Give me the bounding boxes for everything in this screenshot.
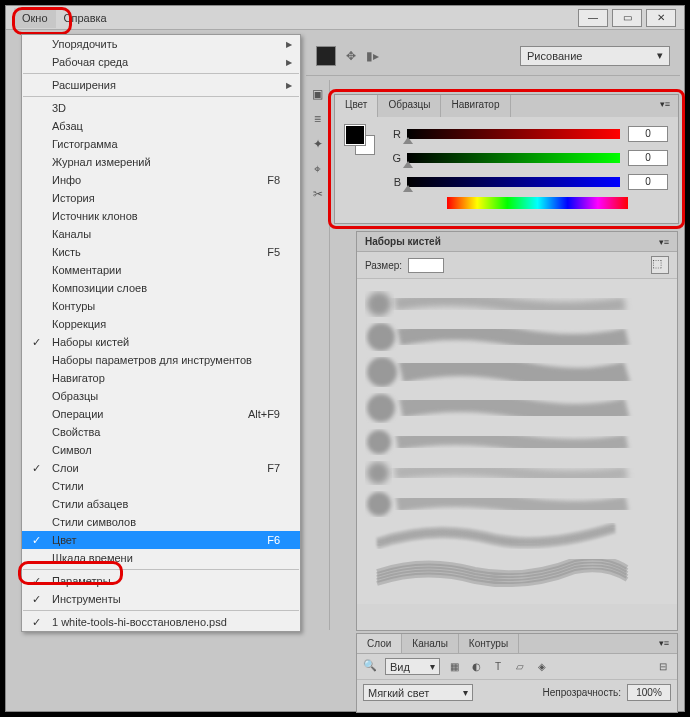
g-label: G xyxy=(387,152,401,164)
menu-item[interactable]: Стили абзацев xyxy=(22,495,300,513)
brush-stroke-preview[interactable] xyxy=(365,523,669,553)
tab-color[interactable]: Цвет xyxy=(335,95,378,117)
menu-item[interactable]: Рабочая среда xyxy=(22,53,300,71)
filter-toggle[interactable]: ⊟ xyxy=(655,659,671,675)
b-input[interactable]: 0 xyxy=(628,174,668,190)
slider-thumb[interactable] xyxy=(403,161,413,168)
menu-item[interactable]: Шкала времени xyxy=(22,549,300,567)
menu-item[interactable]: ✓Инструменты xyxy=(22,590,300,608)
filter-type-icon[interactable]: T xyxy=(490,659,506,675)
brush-stroke-preview[interactable] xyxy=(365,429,669,455)
tool-icon[interactable]: ▣ xyxy=(307,83,329,105)
window-controls: — ▭ ✕ xyxy=(574,9,676,27)
filter-shape-icon[interactable]: ▱ xyxy=(512,659,528,675)
filter-smart-icon[interactable]: ◈ xyxy=(534,659,550,675)
menu-item[interactable]: Навигатор xyxy=(22,369,300,387)
brush-stroke-preview[interactable] xyxy=(365,461,669,485)
opacity-input[interactable]: 100% xyxy=(627,684,671,701)
menu-item[interactable]: Образцы xyxy=(22,387,300,405)
menubar: Окно Справка — ▭ ✕ xyxy=(6,6,684,30)
maximize-button[interactable]: ▭ xyxy=(612,9,642,27)
r-label: R xyxy=(387,128,401,140)
filter-image-icon[interactable]: ▦ xyxy=(446,659,462,675)
menu-item[interactable]: Коррекция xyxy=(22,315,300,333)
tool-icon[interactable]: ✂ xyxy=(307,183,329,205)
menu-item[interactable]: Стили символов xyxy=(22,513,300,531)
menu-item[interactable]: История xyxy=(22,189,300,207)
brush-presets-panel: Наборы кистей▾≡ Размер: ⬚ xyxy=(356,231,678,631)
fg-bg-swatch[interactable] xyxy=(345,125,375,155)
tab-layers[interactable]: Слои xyxy=(357,634,402,653)
tab-swatches[interactable]: Образцы xyxy=(378,95,441,117)
brush-stroke-preview[interactable] xyxy=(365,559,669,589)
color-panel-body: R 0 G 0 B 0 xyxy=(335,117,678,217)
workspace-dropdown-label: Рисование xyxy=(527,50,582,62)
filter-kind-dropdown[interactable]: Вид xyxy=(385,658,440,675)
spectrum-ramp[interactable] xyxy=(447,197,628,209)
brush-stroke-preview[interactable] xyxy=(365,393,669,423)
menu-item[interactable]: Упорядочить xyxy=(22,35,300,53)
menu-item[interactable]: КистьF5 xyxy=(22,243,300,261)
brush-stroke-preview[interactable] xyxy=(365,491,669,517)
panel-menu-icon[interactable]: ▾≡ xyxy=(652,95,678,117)
menu-item[interactable]: Символ xyxy=(22,441,300,459)
rgb-sliders: R 0 G 0 B 0 xyxy=(387,125,668,209)
tab-channels[interactable]: Каналы xyxy=(402,634,459,653)
tab-paths[interactable]: Контуры xyxy=(459,634,519,653)
menu-item[interactable]: Источник клонов xyxy=(22,207,300,225)
workspace-dropdown[interactable]: Рисование xyxy=(520,46,670,66)
size-input[interactable] xyxy=(408,258,444,273)
svg-point-1 xyxy=(367,323,395,351)
brush-stroke-preview[interactable] xyxy=(365,291,669,317)
menu-item[interactable]: Стили xyxy=(22,477,300,495)
menu-item[interactable]: Журнал измерений xyxy=(22,153,300,171)
menu-item[interactable]: ИнфоF8 xyxy=(22,171,300,189)
minimize-button[interactable]: — xyxy=(578,9,608,27)
menu-item[interactable]: Комментарии xyxy=(22,261,300,279)
menu-item[interactable]: Наборы параметров для инструментов xyxy=(22,351,300,369)
menu-item[interactable]: Свойства xyxy=(22,423,300,441)
slider-thumb[interactable] xyxy=(403,137,413,144)
menu-item[interactable]: Абзац xyxy=(22,117,300,135)
panel-menu-icon[interactable]: ▾≡ xyxy=(651,233,677,251)
size-label: Размер: xyxy=(365,260,402,271)
foreground-swatch[interactable] xyxy=(345,125,365,145)
menu-window[interactable]: Окно xyxy=(14,8,56,28)
toggle-button[interactable]: ⬚ xyxy=(651,256,669,274)
tool-icon[interactable]: ≡ xyxy=(307,108,329,130)
menu-item[interactable]: ✓ЦветF6 xyxy=(22,531,300,549)
menu-item[interactable]: ✓Наборы кистей xyxy=(22,333,300,351)
r-slider[interactable] xyxy=(407,129,620,139)
tool-icon[interactable]: ⌖ xyxy=(307,158,329,180)
brush-stroke-preview[interactable] xyxy=(365,595,669,604)
filter-adjust-icon[interactable]: ◐ xyxy=(468,659,484,675)
r-input[interactable]: 0 xyxy=(628,126,668,142)
b-slider[interactable] xyxy=(407,177,620,187)
menu-item[interactable]: Гистограмма xyxy=(22,135,300,153)
tool-icon[interactable]: ✦ xyxy=(307,133,329,155)
slider-thumb[interactable] xyxy=(403,185,413,192)
tool-preset-swatch[interactable] xyxy=(316,46,336,66)
window-menu-dropdown: УпорядочитьРабочая средаРасширения3DАбза… xyxy=(21,34,301,632)
menu-item[interactable]: ✓Параметры xyxy=(22,572,300,590)
menu-item[interactable]: ✓СлоиF7 xyxy=(22,459,300,477)
move-icon: ✥ xyxy=(346,49,356,63)
menu-item[interactable]: Каналы xyxy=(22,225,300,243)
g-input[interactable]: 0 xyxy=(628,150,668,166)
g-slider[interactable] xyxy=(407,153,620,163)
tab-navigator[interactable]: Навигатор xyxy=(441,95,510,117)
menu-item[interactable]: Контуры xyxy=(22,297,300,315)
brush-panel-title: Наборы кистей xyxy=(357,233,449,250)
close-button[interactable]: ✕ xyxy=(646,9,676,27)
blend-mode-dropdown[interactable]: Мягкий свет xyxy=(363,684,473,701)
menu-help[interactable]: Справка xyxy=(56,8,115,28)
menu-item[interactable]: ОперацииAlt+F9 xyxy=(22,405,300,423)
brush-stroke-preview[interactable] xyxy=(365,357,669,387)
filter-kind-label: Вид xyxy=(390,661,410,673)
menu-item[interactable]: ✓1 white-tools-hi-восстановлено.psd xyxy=(22,613,300,631)
brush-list[interactable] xyxy=(357,279,677,604)
brush-stroke-preview[interactable] xyxy=(365,323,669,351)
menu-item[interactable]: 3D xyxy=(22,99,300,117)
menu-item[interactable]: Композиции слоев xyxy=(22,279,300,297)
panel-menu-icon[interactable]: ▾≡ xyxy=(651,634,677,653)
